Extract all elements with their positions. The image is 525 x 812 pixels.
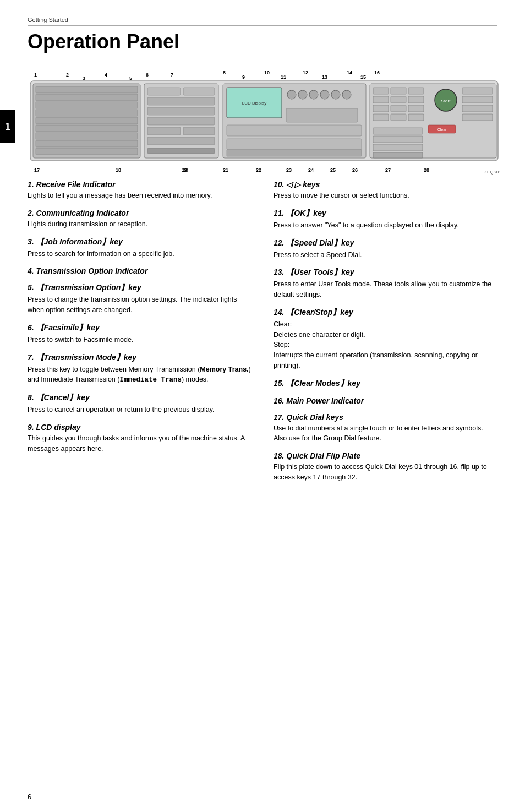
item-13-text: Press to enter User Tools mode. These to…: [274, 279, 497, 300]
item-1: 1. Receive File Indicator Lights to tell…: [28, 180, 251, 201]
svg-rect-44: [373, 114, 389, 121]
svg-rect-17: [147, 127, 181, 135]
svg-rect-45: [391, 114, 406, 121]
item-2: 2. Communicating Indicator Lights during…: [28, 209, 251, 230]
item-2-heading: 2. Communicating Indicator: [28, 209, 251, 217]
svg-text:16: 16: [374, 70, 380, 75]
item-8-text: Press to cancel an operation or return t…: [28, 405, 251, 415]
svg-rect-39: [391, 96, 406, 103]
svg-rect-13: [183, 88, 215, 95]
svg-text:22: 22: [256, 167, 261, 173]
svg-point-29: [342, 90, 351, 99]
item-10-title: ◁ ▷ keys: [286, 180, 320, 189]
item-7-heading: 7. 【Transmission Mode】key: [28, 353, 251, 363]
svg-rect-58: [373, 152, 423, 158]
item-6-text: Press to switch to Facsimile mode.: [28, 335, 251, 345]
page-title: Operation Panel: [28, 30, 497, 53]
svg-text:LCD Display: LCD Display: [242, 101, 266, 106]
item-2-text: Lights during transmission or reception.: [28, 219, 251, 230]
item-1-text: Lights to tell you a message has been re…: [28, 190, 251, 201]
svg-text:15: 15: [360, 74, 366, 80]
svg-point-27: [320, 90, 329, 99]
item-11-title: 【OK】key: [286, 209, 326, 217]
item-16-title: Main Power Indicator: [286, 396, 364, 405]
item-11-num: 11: [274, 209, 282, 217]
svg-rect-4: [36, 102, 138, 108]
item-1-num: 1: [28, 180, 32, 189]
svg-rect-2: [36, 86, 138, 93]
item-17-text: Use to dial numbers at a single touch or…: [274, 423, 497, 444]
svg-text:18: 18: [116, 167, 121, 173]
svg-rect-12: [147, 88, 181, 95]
item-9: 9. LCD display This guides you through t…: [28, 423, 251, 454]
svg-text:28: 28: [424, 167, 429, 173]
item-6: 6. 【Facsimile】key Press to switch to Fac…: [28, 323, 251, 345]
item-9-title: LCD display: [36, 423, 81, 432]
item-7-text: Press this key to toggle between Memory …: [28, 364, 251, 386]
item-5-heading: 5. 【Transmission Option】key: [28, 283, 251, 293]
svg-rect-14: [147, 97, 215, 105]
item-4-heading: 4. Transmission Option Indicator: [28, 266, 251, 275]
item-15-num: 15: [274, 379, 282, 388]
item-4-num: 4: [28, 266, 32, 275]
item-12-heading: 12. 【Speed Dial】key: [274, 238, 497, 248]
svg-text:3: 3: [83, 75, 85, 81]
svg-rect-9: [36, 140, 138, 147]
item-5-text: Press to change the transmission option …: [28, 295, 251, 315]
svg-rect-37: [408, 88, 424, 94]
item-8: 8. 【Cancel】key Press to cancel an operat…: [28, 393, 251, 415]
breadcrumb: Getting Started: [28, 17, 497, 26]
item-13-num: 13: [274, 268, 282, 276]
item-12-num: 12: [274, 238, 282, 247]
svg-rect-31: [227, 139, 362, 150]
svg-text:20: 20: [183, 167, 188, 173]
svg-rect-40: [408, 96, 424, 103]
svg-text:10: 10: [264, 70, 270, 75]
item-16: 16. Main Power Indicator: [274, 396, 497, 405]
item-7: 7. 【Transmission Mode】key Press this key…: [28, 353, 251, 386]
item-14-num: 14: [274, 308, 282, 317]
item-18: 18. Quick Dial Flip Plate Flip this plat…: [274, 451, 497, 483]
svg-rect-16: [147, 117, 215, 125]
item-13-title: 【User Tools】key: [286, 268, 354, 276]
item-12-text: Press to select a Speed Dial.: [274, 250, 497, 260]
svg-rect-51: [462, 88, 493, 94]
svg-rect-36: [391, 88, 406, 94]
svg-point-24: [287, 90, 296, 99]
svg-point-25: [298, 90, 307, 99]
item-6-num: 6: [28, 323, 32, 332]
svg-rect-46: [408, 114, 424, 121]
item-16-heading: 16. Main Power Indicator: [274, 396, 497, 405]
item-1-title: Receive File Indicator: [36, 180, 116, 189]
item-10-num: 10: [274, 180, 282, 189]
item-11-text: Press to answer "Yes" to a question disp…: [274, 220, 497, 231]
item-7-num: 7: [28, 353, 32, 362]
svg-rect-52: [462, 96, 493, 103]
item-17-heading: 17. Quick Dial keys: [274, 413, 497, 422]
svg-rect-54: [462, 114, 493, 121]
svg-rect-20: [147, 148, 215, 154]
svg-rect-38: [373, 96, 389, 103]
svg-text:1: 1: [34, 72, 37, 78]
svg-text:11: 11: [281, 74, 286, 80]
item-5-title: 【Transmission Option】key: [36, 283, 141, 292]
svg-rect-33: [286, 108, 358, 122]
svg-text:21: 21: [223, 167, 228, 173]
svg-text:12: 12: [303, 70, 308, 75]
item-1-heading: 1. Receive File Indicator: [28, 180, 251, 189]
panel-svg: LCD Display: [28, 64, 501, 175]
item-6-title: 【Facsimile】key: [36, 323, 100, 332]
item-11: 11. 【OK】key Press to answer "Yes" to a q…: [274, 209, 497, 231]
item-17-title: Quick Dial keys: [286, 413, 343, 422]
svg-rect-3: [36, 94, 138, 101]
right-column: 10. ◁ ▷ keys Press to move the cursor or…: [274, 180, 497, 491]
svg-rect-7: [36, 125, 138, 132]
svg-text:Start: Start: [441, 99, 451, 103]
page-number: 6: [28, 793, 31, 801]
item-14-heading: 14. 【Clear/Stop】key: [274, 308, 497, 318]
svg-rect-56: [373, 136, 423, 143]
item-14-title: 【Clear/Stop】key: [286, 308, 353, 317]
svg-text:25: 25: [330, 167, 336, 173]
svg-rect-42: [391, 105, 406, 112]
item-18-num: 18: [274, 451, 282, 460]
